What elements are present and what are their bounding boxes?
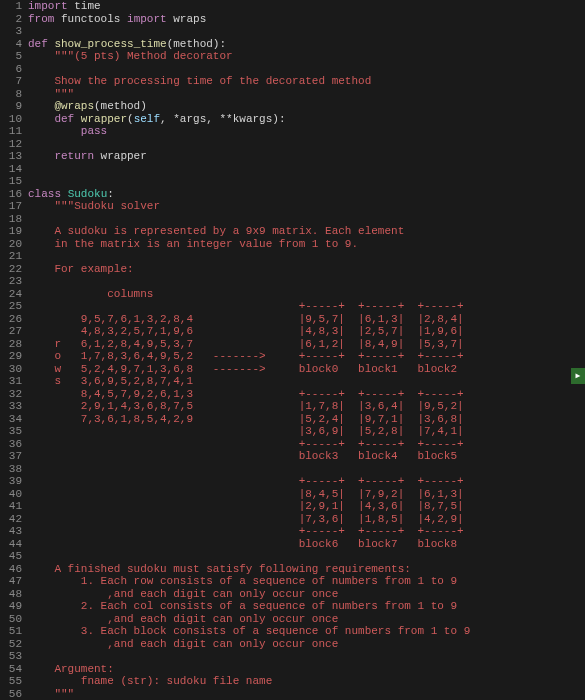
code-line[interactable]: ,and each digit can only occur once (28, 613, 470, 626)
line-number: 29 (0, 350, 22, 363)
line-number: 18 (0, 213, 22, 226)
code-line[interactable] (28, 463, 470, 476)
code-line[interactable] (28, 213, 470, 226)
line-number: 53 (0, 650, 22, 663)
line-number: 41 (0, 500, 22, 513)
code-editor: 1234567891011121314151617181920212223242… (0, 0, 585, 700)
code-line[interactable]: """ (28, 88, 470, 101)
line-number: 40 (0, 488, 22, 501)
line-number: 45 (0, 550, 22, 563)
run-button[interactable]: ▶ (571, 368, 585, 384)
line-number: 21 (0, 250, 22, 263)
code-line[interactable] (28, 550, 470, 563)
line-number: 11 (0, 125, 22, 138)
code-line[interactable]: +-----+ +-----+ +-----+ (28, 525, 470, 538)
line-number: 43 (0, 525, 22, 538)
line-number: 50 (0, 613, 22, 626)
code-line[interactable]: ,and each digit can only occur once (28, 588, 470, 601)
code-line[interactable]: pass (28, 125, 470, 138)
code-line[interactable]: |7,3,6| |1,8,5| |4,2,9| (28, 513, 470, 526)
line-number: 19 (0, 225, 22, 238)
line-number: 7 (0, 75, 22, 88)
code-line[interactable]: in the matrix is an integer value from 1… (28, 238, 470, 251)
line-number: 8 (0, 88, 22, 101)
line-number: 32 (0, 388, 22, 401)
code-line[interactable]: 2,9,1,4,3,6,8,7,5 |1,7,8| |3,6,4| |9,5,2… (28, 400, 470, 413)
line-number: 12 (0, 138, 22, 151)
line-number: 54 (0, 663, 22, 676)
code-line[interactable]: Argument: (28, 663, 470, 676)
code-line[interactable]: """Sudoku solver (28, 200, 470, 213)
code-line[interactable]: fname (str): sudoku file name (28, 675, 470, 688)
play-icon: ▶ (576, 370, 581, 383)
code-line[interactable] (28, 250, 470, 263)
code-line[interactable]: from functools import wraps (28, 13, 470, 26)
code-line[interactable]: columns (28, 288, 470, 301)
line-number: 5 (0, 50, 22, 63)
code-line[interactable]: For example: (28, 263, 470, 276)
line-number: 2 (0, 13, 22, 26)
line-number: 52 (0, 638, 22, 651)
line-number-gutter: 1234567891011121314151617181920212223242… (0, 0, 28, 700)
code-line[interactable]: 4,8,3,2,5,7,1,9,6 |4,8,3| |2,5,7| |1,9,6… (28, 325, 470, 338)
code-line[interactable]: 8,4,5,7,9,2,6,1,3 +-----+ +-----+ +-----… (28, 388, 470, 401)
code-line[interactable]: def wrapper(self, *args, **kwargs): (28, 113, 470, 126)
line-number: 39 (0, 475, 22, 488)
code-line[interactable]: |8,4,5| |7,9,2| |6,1,3| (28, 488, 470, 501)
code-line[interactable]: s 3,6,9,5,2,8,7,4,1 (28, 375, 470, 388)
line-number: 42 (0, 513, 22, 526)
code-line[interactable]: |3,6,9| |5,2,8| |7,4,1| (28, 425, 470, 438)
line-number: 49 (0, 600, 22, 613)
code-line[interactable] (28, 163, 470, 176)
code-line[interactable]: @wraps(method) (28, 100, 470, 113)
code-line[interactable]: 2. Each col consists of a sequence of nu… (28, 600, 470, 613)
code-line[interactable]: """ (28, 688, 470, 701)
code-line[interactable]: r 6,1,2,8,4,9,5,3,7 |6,1,2| |8,4,9| |5,3… (28, 338, 470, 351)
line-number: 28 (0, 338, 22, 351)
line-number: 25 (0, 300, 22, 313)
code-line[interactable]: class Sudoku: (28, 188, 470, 201)
code-line[interactable] (28, 175, 470, 188)
code-line[interactable]: block6 block7 block8 (28, 538, 470, 551)
code-line[interactable] (28, 138, 470, 151)
code-line[interactable]: 3. Each block consists of a sequence of … (28, 625, 470, 638)
line-number: 13 (0, 150, 22, 163)
code-line[interactable]: import time (28, 0, 470, 13)
code-line[interactable]: """(5 pts) Method decorator (28, 50, 470, 63)
code-line[interactable] (28, 63, 470, 76)
code-line[interactable]: block3 block4 block5 (28, 450, 470, 463)
code-line[interactable]: +-----+ +-----+ +-----+ (28, 475, 470, 488)
line-number: 33 (0, 400, 22, 413)
code-line[interactable] (28, 275, 470, 288)
line-number: 37 (0, 450, 22, 463)
line-number: 26 (0, 313, 22, 326)
line-number: 34 (0, 413, 22, 426)
code-line[interactable] (28, 25, 470, 38)
code-line[interactable]: |2,9,1| |4,3,6| |8,7,5| (28, 500, 470, 513)
code-line[interactable]: def show_process_time(method): (28, 38, 470, 51)
code-line[interactable]: A finished sudoku must satisfy following… (28, 563, 470, 576)
code-line[interactable]: +-----+ +-----+ +-----+ (28, 300, 470, 313)
code-line[interactable]: return wrapper (28, 150, 470, 163)
line-number: 38 (0, 463, 22, 476)
line-number: 44 (0, 538, 22, 551)
line-number: 46 (0, 563, 22, 576)
code-line[interactable]: o 1,7,8,3,6,4,9,5,2 -------> +-----+ +--… (28, 350, 470, 363)
code-line[interactable]: +-----+ +-----+ +-----+ (28, 438, 470, 451)
line-number: 27 (0, 325, 22, 338)
code-content[interactable]: import timefrom functools import wrapsde… (28, 0, 470, 700)
code-line[interactable]: 1. Each row consists of a sequence of nu… (28, 575, 470, 588)
line-number: 10 (0, 113, 22, 126)
code-line[interactable]: Show the processing time of the decorate… (28, 75, 470, 88)
line-number: 31 (0, 375, 22, 388)
line-number: 24 (0, 288, 22, 301)
line-number: 55 (0, 675, 22, 688)
code-line[interactable]: 7,3,6,1,8,5,4,2,9 |5,2,4| |9,7,1| |3,6,8… (28, 413, 470, 426)
code-line[interactable]: A sudoku is represented by a 9x9 matrix.… (28, 225, 470, 238)
code-line[interactable] (28, 650, 470, 663)
code-line[interactable]: w 5,2,4,9,7,1,3,6,8 -------> block0 bloc… (28, 363, 470, 376)
line-number: 51 (0, 625, 22, 638)
code-line[interactable]: 9,5,7,6,1,3,2,8,4 |9,5,7| |6,1,3| |2,8,4… (28, 313, 470, 326)
line-number: 47 (0, 575, 22, 588)
code-line[interactable]: ,and each digit can only occur once (28, 638, 470, 651)
